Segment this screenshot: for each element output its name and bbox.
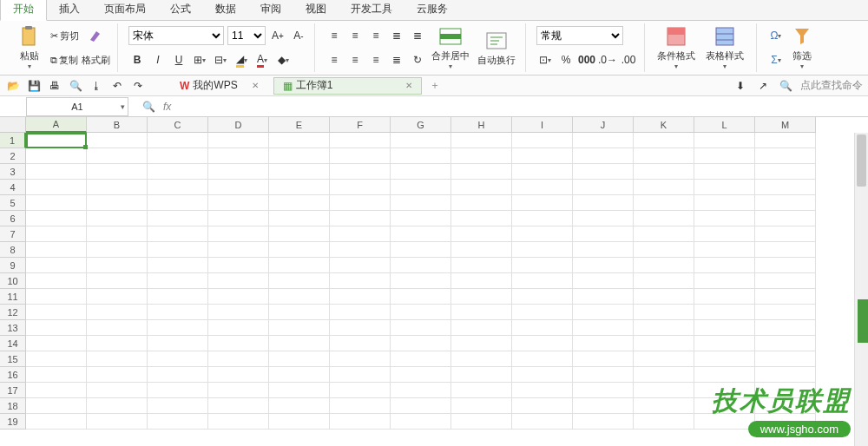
cell[interactable] (634, 305, 694, 320)
cell[interactable] (87, 320, 148, 336)
row-header[interactable]: 13 (0, 320, 26, 336)
cell[interactable] (208, 398, 269, 414)
cell[interactable] (512, 398, 573, 414)
select-all-corner[interactable] (0, 117, 26, 133)
cell[interactable] (269, 398, 330, 414)
cell[interactable] (634, 164, 694, 180)
cell[interactable] (269, 336, 330, 351)
cell[interactable] (634, 258, 694, 273)
cell[interactable] (26, 148, 87, 164)
align-right-button[interactable]: ≡ (367, 51, 385, 69)
column-header[interactable]: C (148, 117, 208, 133)
cell[interactable] (330, 164, 391, 180)
add-tab-button[interactable]: ＋ (427, 78, 443, 94)
cell[interactable] (269, 383, 330, 398)
cell[interactable] (512, 305, 573, 320)
cell[interactable] (208, 133, 269, 148)
cell[interactable] (694, 320, 755, 336)
cell[interactable] (330, 133, 391, 148)
conditional-format-button[interactable]: 条件格式▾ (652, 23, 700, 72)
cell[interactable] (634, 336, 694, 351)
cell[interactable] (208, 305, 269, 320)
cell[interactable] (451, 211, 512, 226)
column-header[interactable]: D (208, 117, 269, 133)
cell[interactable] (269, 226, 330, 242)
font-color-button[interactable]: A▾ (253, 51, 271, 69)
cell[interactable] (148, 226, 208, 242)
cloud-icon[interactable]: ⬇ (733, 78, 748, 94)
cell[interactable] (391, 226, 451, 242)
cell[interactable] (755, 195, 816, 211)
cell[interactable] (26, 195, 87, 211)
cell[interactable] (208, 289, 269, 305)
row-header[interactable]: 10 (0, 273, 26, 289)
cell[interactable] (451, 289, 512, 305)
row-header[interactable]: 19 (0, 414, 26, 430)
cell[interactable] (634, 195, 694, 211)
cell[interactable] (451, 273, 512, 289)
cell[interactable] (634, 414, 694, 430)
cell[interactable] (391, 414, 451, 430)
cell[interactable] (148, 336, 208, 351)
cell[interactable] (269, 211, 330, 226)
cell[interactable] (26, 320, 87, 336)
cell[interactable] (208, 367, 269, 383)
decrease-decimal-button[interactable]: .00 (620, 51, 637, 69)
search-command-input[interactable]: 点此查找命令 (800, 78, 863, 93)
cell[interactable] (269, 180, 330, 195)
export-icon[interactable]: ⭳ (89, 78, 104, 94)
cell[interactable] (573, 242, 634, 258)
cell[interactable] (208, 258, 269, 273)
cell[interactable] (451, 383, 512, 398)
cell[interactable] (208, 414, 269, 430)
cell[interactable] (148, 273, 208, 289)
border-button[interactable]: ⊞▾ (191, 51, 208, 69)
cell[interactable] (330, 289, 391, 305)
cell[interactable] (87, 258, 148, 273)
row-header[interactable]: 12 (0, 305, 26, 320)
comma-button[interactable]: 000 (578, 51, 595, 69)
cell[interactable] (330, 180, 391, 195)
cell[interactable] (451, 226, 512, 242)
cell[interactable] (87, 133, 148, 148)
cell[interactable] (755, 148, 816, 164)
column-header[interactable]: J (573, 117, 634, 133)
cell[interactable] (694, 351, 755, 367)
tab-formula[interactable]: 公式 (158, 0, 203, 20)
cell[interactable] (26, 305, 87, 320)
cell[interactable] (87, 398, 148, 414)
row-header[interactable]: 6 (0, 211, 26, 226)
column-header[interactable]: E (269, 117, 330, 133)
bold-button[interactable]: B (128, 51, 146, 69)
merge-center-button[interactable]: 合并居中▾ (426, 23, 475, 72)
cell[interactable] (755, 305, 816, 320)
cell[interactable] (269, 164, 330, 180)
column-header[interactable]: H (451, 117, 512, 133)
cell[interactable] (208, 164, 269, 180)
cell[interactable] (87, 273, 148, 289)
cell[interactable] (512, 383, 573, 398)
cell[interactable] (269, 195, 330, 211)
cell[interactable] (148, 242, 208, 258)
close-icon[interactable]: ✕ (405, 81, 412, 90)
cell[interactable] (148, 180, 208, 195)
cell[interactable] (573, 164, 634, 180)
cell[interactable] (148, 148, 208, 164)
copy-button[interactable]: ⧉复制 (50, 54, 78, 67)
cell[interactable] (512, 414, 573, 430)
cell[interactable] (87, 305, 148, 320)
cell[interactable] (755, 226, 816, 242)
cell[interactable] (694, 211, 755, 226)
wrap-text-button[interactable]: 自动换行 (475, 23, 518, 72)
cell[interactable] (26, 414, 87, 430)
close-icon[interactable]: ✕ (252, 81, 259, 90)
cell[interactable] (269, 320, 330, 336)
cell[interactable] (634, 242, 694, 258)
cell[interactable] (26, 133, 87, 148)
cell[interactable] (26, 351, 87, 367)
tab-cloud[interactable]: 云服务 (404, 0, 460, 20)
doctab-mywps[interactable]: W 我的WPS ✕ (170, 77, 268, 95)
cell[interactable] (330, 336, 391, 351)
cell[interactable] (269, 305, 330, 320)
cell[interactable] (634, 226, 694, 242)
